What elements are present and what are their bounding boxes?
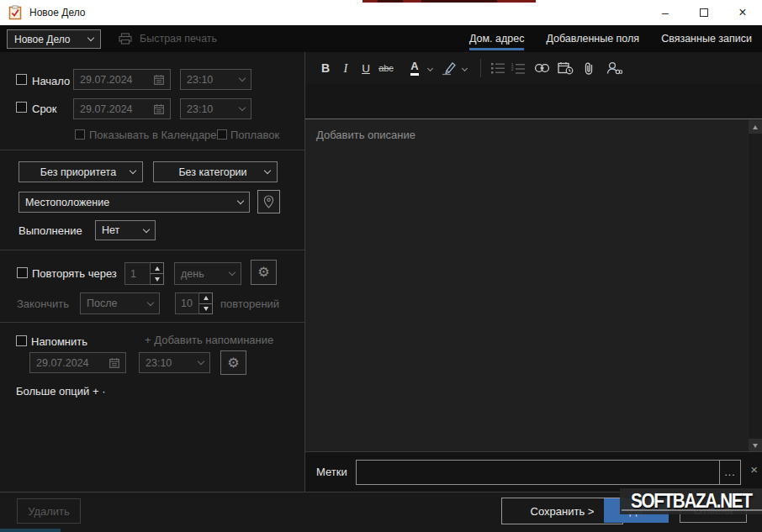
arrow-up-icon xyxy=(753,125,758,129)
quick-print-button[interactable]: Быстрая печать xyxy=(119,25,217,52)
underline-button[interactable]: U xyxy=(356,56,376,80)
task-options-panel: Начало 29.07.2024 23:10 Срок 29.07.2024 xyxy=(0,52,304,492)
repeat-interval-spinner[interactable]: 1 xyxy=(124,262,164,285)
quick-print-label: Быстрая печать xyxy=(140,33,217,45)
tab-added-fields[interactable]: Добавленные поля xyxy=(546,25,639,52)
calendar-icon xyxy=(154,104,164,114)
tags-row: Метки ... × xyxy=(305,451,762,492)
location-combobox[interactable]: Местоположение xyxy=(19,192,250,213)
repeat-settings-button[interactable]: ⚙ xyxy=(251,260,277,285)
scroll-up-button[interactable] xyxy=(749,120,762,134)
delete-button[interactable]: Удалить xyxy=(17,498,81,524)
bullet-list-button[interactable] xyxy=(488,56,508,80)
font-color-button[interactable]: A xyxy=(405,56,425,80)
titlebar: Новое Дело – × xyxy=(0,0,762,25)
chevron-down-icon xyxy=(229,269,235,276)
repeat-finish-mode-dropdown[interactable]: После xyxy=(80,292,160,314)
subject-input-area[interactable] xyxy=(305,84,762,119)
scroll-down-button[interactable] xyxy=(749,439,762,452)
attach-file-button[interactable] xyxy=(579,56,599,80)
description-scrollbar[interactable] xyxy=(749,120,762,452)
chevron-down-icon[interactable] xyxy=(427,65,433,71)
chevron-down-icon xyxy=(147,298,154,305)
calendar-clock-icon xyxy=(558,61,574,75)
category-dropdown[interactable]: Без категории xyxy=(153,161,278,182)
maximize-button[interactable] xyxy=(685,0,723,25)
chevron-down-icon xyxy=(264,167,271,174)
softbaza-watermark: SOFTBAZA.NET xyxy=(620,488,762,514)
strikethrough-button[interactable]: abc xyxy=(376,56,396,80)
bold-button[interactable]: B xyxy=(315,56,336,80)
delete-label: Удалить xyxy=(28,505,70,518)
start-checkbox[interactable] xyxy=(16,74,27,85)
close-icon: × xyxy=(738,5,746,20)
repeat-count-spinner[interactable]: 10 xyxy=(175,292,213,314)
repeat-count-suffix: повторений xyxy=(220,298,279,310)
remind-label: Напомнить xyxy=(31,335,87,348)
location-value: Местоположение xyxy=(25,197,109,208)
show-in-calendar-checkbox[interactable] xyxy=(75,129,85,140)
spinner-arrows[interactable] xyxy=(199,292,213,314)
background-artifact xyxy=(0,529,61,532)
gear-icon: ⚙ xyxy=(227,356,239,370)
cropped-red-banner xyxy=(362,0,536,3)
chevron-down-icon xyxy=(198,358,204,365)
tags-browse-button[interactable]: ... xyxy=(719,461,740,484)
start-time-dropdown[interactable]: 23:10 xyxy=(180,69,251,90)
insert-link-button[interactable] xyxy=(532,56,552,80)
float-label: Поплавок xyxy=(230,129,279,141)
chevron-down-icon xyxy=(87,34,94,41)
highlighter-icon xyxy=(441,61,458,76)
arrow-up-icon xyxy=(155,266,160,271)
start-date-field[interactable]: 29.07.2024 xyxy=(73,69,171,90)
close-button[interactable]: × xyxy=(723,0,762,25)
record-type-dropdown[interactable]: Новое Дело xyxy=(7,29,101,49)
map-pin-icon xyxy=(263,195,274,208)
chevron-down-icon xyxy=(143,225,150,232)
tags-input[interactable]: ... xyxy=(356,460,741,485)
completion-value: Нет xyxy=(102,224,119,236)
font-color-icon: A xyxy=(410,61,418,75)
bullet-list-icon xyxy=(490,62,505,74)
map-pin-button[interactable] xyxy=(257,190,280,213)
section-divider xyxy=(0,250,304,250)
record-type-value: Новое Дело xyxy=(14,34,70,45)
remind-checkbox[interactable] xyxy=(16,335,27,346)
insert-date-button[interactable] xyxy=(555,56,575,80)
minimize-button[interactable]: – xyxy=(646,0,685,25)
tab-home-address[interactable]: Дом. адрес xyxy=(469,25,525,52)
chevron-down-icon[interactable] xyxy=(462,65,468,71)
more-options-link[interactable]: Больше опций + · xyxy=(16,385,106,398)
highlight-button[interactable] xyxy=(439,56,459,80)
priority-dropdown[interactable]: Без приоритета xyxy=(19,161,143,182)
completion-label: Выполнение xyxy=(19,224,82,237)
spinner-arrows[interactable] xyxy=(151,262,164,285)
remind-date-field[interactable]: 29.07.2024 xyxy=(29,352,126,373)
chevron-down-icon xyxy=(237,198,244,204)
banner-artifact xyxy=(378,0,403,3)
section-divider xyxy=(0,150,304,150)
due-checkbox[interactable] xyxy=(16,102,27,113)
arrow-down-icon xyxy=(204,307,209,311)
formatting-toolbar: B I U abc A 1 2 xyxy=(305,52,762,84)
add-reminder-link[interactable]: + Добавить напоминание xyxy=(145,334,273,346)
section-divider xyxy=(0,322,304,323)
repeat-checkbox[interactable] xyxy=(17,267,28,278)
description-editor[interactable]: Добавить описание xyxy=(305,119,762,451)
repeat-unit-dropdown[interactable]: день xyxy=(174,262,241,285)
completion-dropdown[interactable]: Нет xyxy=(95,220,156,240)
float-checkbox[interactable] xyxy=(217,129,227,140)
remind-time-dropdown[interactable]: 23:10 xyxy=(139,352,210,373)
due-date-field[interactable]: 29.07.2024 xyxy=(73,98,171,119)
tab-related-records[interactable]: Связанные записи xyxy=(661,25,752,52)
due-time-dropdown[interactable]: 23:10 xyxy=(180,98,251,119)
italic-button[interactable]: I xyxy=(336,56,356,80)
link-contact-button[interactable] xyxy=(604,56,624,80)
reminder-settings-button[interactable]: ⚙ xyxy=(220,350,246,375)
link-icon xyxy=(534,62,550,74)
tags-clear-button[interactable]: × xyxy=(750,463,758,476)
chevron-down-icon xyxy=(239,104,246,111)
repeat-interval-value: 1 xyxy=(124,262,151,285)
numbered-list-button[interactable]: 1 2 xyxy=(508,56,528,80)
category-value: Без категории xyxy=(161,166,265,178)
